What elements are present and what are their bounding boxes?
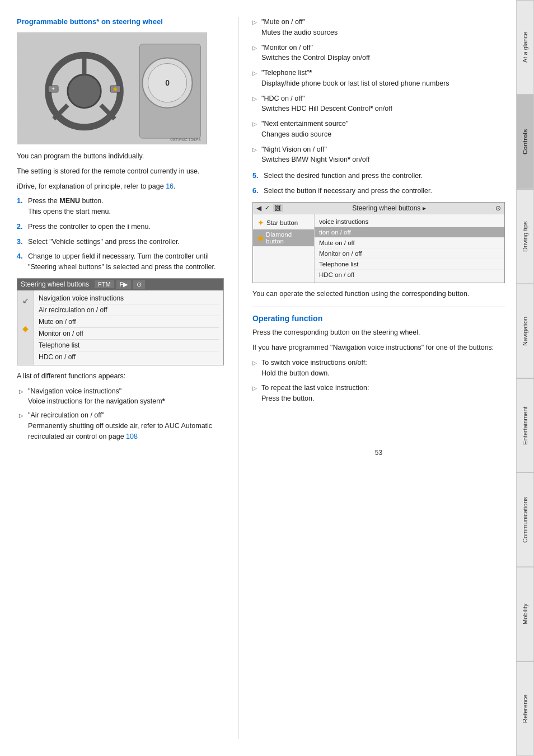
widget2-arrow-left: ◀ bbox=[256, 204, 261, 212]
sidebar-item-at-a-glance[interactable]: At a glance bbox=[516, 0, 534, 95]
svg-text:©ET/FMC 15/kP8: ©ET/FMC 15/kP8 bbox=[170, 138, 200, 142]
side-navigation-tabs: At a glance Controls Driving tips Naviga… bbox=[516, 0, 534, 756]
bullet-entertainment: ▷ "Next entertainment source"Changes aud… bbox=[252, 119, 505, 140]
widget2-star-button: ✦ Star button bbox=[253, 217, 314, 229]
widget2-body: ✦ Star button ◆ Diamond button voice ins… bbox=[253, 214, 504, 283]
steps-list-1: 1. Press the MENU button.This opens the … bbox=[17, 196, 224, 273]
bullet-telephone: ▷ "Telephone list"*Display/hide phone bo… bbox=[252, 68, 505, 89]
sidebar-item-reference[interactable]: Reference bbox=[516, 661, 534, 756]
widget1-tab-reset: ⊙ bbox=[133, 280, 145, 289]
after-widget2-text: You can operate the selected function us… bbox=[252, 289, 505, 299]
widget2-right-row-4: Monitor on / off bbox=[315, 248, 504, 259]
widget1-rows: Navigation voice instructions Air recirc… bbox=[34, 290, 223, 365]
widget2-right-row-2: tion on / off bbox=[315, 227, 504, 238]
tri-icon-monitor: ▷ bbox=[252, 44, 258, 64]
sidebar-item-mobility[interactable]: Mobility bbox=[516, 567, 534, 661]
tri-icon-night-vision: ▷ bbox=[252, 145, 258, 166]
right-column: ▷ "Mute on / off"Mutes the audio sources… bbox=[252, 17, 505, 739]
tri-icon-telephone: ▷ bbox=[252, 69, 258, 89]
section-title-programmable: Programmable buttons* on steering wheel bbox=[17, 17, 224, 27]
widget1-body: ↙ ◆ Navigation voice instructions Air re… bbox=[17, 290, 223, 365]
widget1-row-3: Mute on / off bbox=[39, 316, 219, 328]
diamond-icon: ◆ bbox=[257, 233, 264, 242]
step-6: 6. Select the button if necessary and pr… bbox=[252, 186, 505, 196]
intro-text-2: The setting is stored for the remote con… bbox=[17, 166, 224, 177]
op-bullet-switch: ▷ To switch voice instructions on/off:Ho… bbox=[252, 358, 505, 379]
widget2-left: ✦ Star button ◆ Diamond button bbox=[253, 214, 315, 283]
after-widget-text: A list of different functions appears: bbox=[17, 371, 224, 382]
widget2-right: voice instructions tion on / off Mute on… bbox=[315, 214, 504, 283]
widget1-row-6: HDC on / off bbox=[39, 351, 219, 363]
svg-point-2 bbox=[68, 74, 101, 107]
widget2-right-row-1: voice instructions bbox=[315, 217, 504, 227]
page-number: 53 bbox=[252, 449, 505, 457]
sidebar-item-controls[interactable]: Controls bbox=[516, 95, 534, 189]
widget2-diamond-button: ◆ Diamond button bbox=[253, 229, 314, 247]
page-108-link[interactable]: 108 bbox=[126, 433, 138, 440]
sidebar-item-communications[interactable]: Communications bbox=[516, 472, 534, 567]
step-5: 5. Select the desired function and press… bbox=[252, 171, 505, 181]
widget1-left-icons: ↙ ◆ bbox=[17, 290, 34, 365]
sidebar-item-navigation[interactable]: Navigation bbox=[516, 284, 534, 378]
op-para-1: Press the corresponding button on the st… bbox=[252, 327, 505, 338]
bullet-monitor: ▷ "Monitor on / off"Switches the Control… bbox=[252, 43, 505, 64]
right-bullet-list-top: ▷ "Mute on / off"Mutes the audio sources… bbox=[252, 17, 505, 165]
op-bullet-list: ▷ To switch voice instructions on/off:Ho… bbox=[252, 358, 505, 404]
operating-function-title: Operating function bbox=[252, 307, 505, 323]
widget1-header: Steering wheel buttons FTM F▶ ⊙ bbox=[17, 279, 223, 290]
bullet-hdc: ▷ "HDC on / off"Switches HDC Hill Descen… bbox=[252, 93, 505, 115]
widget2-diamond-label: Diamond button bbox=[266, 231, 310, 245]
intro-text-3: iDrive, for explanation of principle, re… bbox=[17, 181, 224, 192]
widget1-row-4: Monitor on / off bbox=[39, 328, 219, 340]
widget2-header-title: Steering wheel buttons ▸ bbox=[286, 204, 492, 212]
widget2-right-row-5: Telephone list bbox=[315, 259, 504, 270]
widget2-checkmark: ✓ bbox=[265, 204, 270, 212]
steering-wheel-widget-2: ◀ ✓ 🖼 Steering wheel buttons ▸ ⊙ ✦ Star … bbox=[252, 202, 505, 283]
widget1-tab-ftm: FTM bbox=[95, 280, 114, 288]
left-column: Programmable buttons* on steering wheel bbox=[17, 17, 224, 739]
tri-icon-2: ▷ bbox=[19, 411, 25, 442]
bullet-nav-voice: ▷ "Navigation voice instructions" Voice … bbox=[17, 386, 224, 407]
step-2: 2. Press the controller to open the i me… bbox=[17, 222, 224, 232]
bullet-air-recirc: ▷ "Air recirculation on / off" Permanent… bbox=[17, 410, 224, 442]
tri-icon-mute: ▷ bbox=[252, 18, 258, 38]
svg-text:0: 0 bbox=[165, 78, 170, 87]
tri-icon-entertainment: ▷ bbox=[252, 120, 258, 140]
widget1-icon-down: ↙ bbox=[22, 296, 29, 305]
widget1-row-1: Navigation voice instructions bbox=[39, 293, 219, 304]
tri-icon-hdc: ▷ bbox=[252, 95, 258, 115]
left-bullet-list: ▷ "Navigation voice instructions" Voice … bbox=[17, 386, 224, 442]
widget2-right-row-3: Mute on / off bbox=[315, 238, 504, 248]
widget2-image-icon: 🖼 bbox=[273, 204, 283, 212]
intro-text-1: You can program the buttons individually… bbox=[17, 151, 224, 162]
step-3: 3. Select "Vehicle settings" and press t… bbox=[17, 237, 224, 247]
svg-text:◆: ◆ bbox=[113, 86, 118, 92]
step-1: 1. Press the MENU button.This opens the … bbox=[17, 196, 224, 217]
step-4: 4. Change to upper field if necessary. T… bbox=[17, 251, 224, 273]
widget2-star-label: Star button bbox=[266, 219, 298, 226]
widget1-row-2: Air recirculation on / off bbox=[39, 304, 219, 316]
tri-icon-switch: ▷ bbox=[252, 359, 258, 379]
bullet-night-vision: ▷ "Night Vision on / off"Switches BMW Ni… bbox=[252, 144, 505, 166]
page-16-link[interactable]: 16 bbox=[166, 182, 174, 190]
sidebar-item-driving-tips[interactable]: Driving tips bbox=[516, 189, 534, 284]
steering-wheel-image: + ◆ 0 ©ET/FMC 15/kP8 bbox=[17, 32, 207, 144]
column-divider bbox=[238, 17, 238, 739]
svg-text:+: + bbox=[51, 86, 55, 92]
sidebar-item-entertainment[interactable]: Entertainment bbox=[516, 378, 534, 473]
op-bullet-repeat: ▷ To repeat the last voice instruction:P… bbox=[252, 383, 505, 404]
steps-list-2: 5. Select the desired function and press… bbox=[252, 171, 505, 196]
tri-icon-repeat: ▷ bbox=[252, 384, 258, 404]
tri-icon-1: ▷ bbox=[19, 387, 25, 407]
widget2-reset-icon: ⊙ bbox=[495, 204, 501, 212]
op-para-2: If you have programmed "Navigation voice… bbox=[252, 342, 505, 353]
widget2-header: ◀ ✓ 🖼 Steering wheel buttons ▸ ⊙ bbox=[253, 203, 504, 214]
widget1-icon-diamond: ◆ bbox=[22, 324, 29, 333]
widget1-row-5: Telephone list bbox=[39, 340, 219, 351]
steering-wheel-widget-1: Steering wheel buttons FTM F▶ ⊙ ↙ ◆ Navi… bbox=[17, 278, 224, 365]
widget2-right-row-6: HDC on / off bbox=[315, 270, 504, 280]
bullet-mute: ▷ "Mute on / off"Mutes the audio sources bbox=[252, 17, 505, 38]
widget1-header-label: Steering wheel buttons bbox=[21, 280, 89, 288]
plus-icon: ✦ bbox=[257, 218, 264, 227]
widget1-tab-f: F▶ bbox=[116, 280, 132, 289]
